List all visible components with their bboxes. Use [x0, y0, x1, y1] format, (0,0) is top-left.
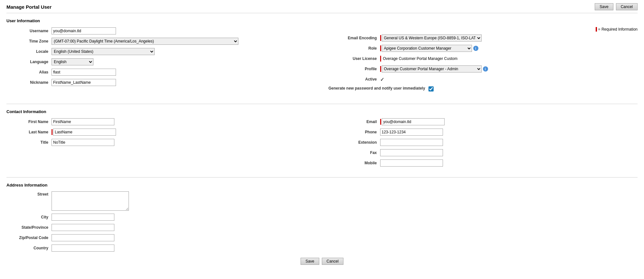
- fax-label: Fax: [329, 150, 380, 155]
- page-title: Manage Portal User: [6, 4, 592, 10]
- user-info-section-title: User Information: [6, 18, 638, 23]
- zip-input[interactable]: [52, 234, 114, 241]
- first-name-label: First Name: [6, 120, 52, 124]
- role-info-icon[interactable]: i: [473, 46, 478, 51]
- active-row: Active ✓: [329, 75, 638, 83]
- city-label: City: [6, 215, 52, 219]
- contact-info-section-title: Contact Information: [6, 109, 638, 114]
- phone-label: Phone: [329, 130, 380, 134]
- language-row: Language English: [6, 58, 316, 66]
- user-license-label: User License: [329, 56, 380, 61]
- mobile-label: Mobile: [329, 161, 380, 165]
- first-name-row: First Name: [6, 118, 316, 126]
- address-info-right-col: [329, 191, 638, 255]
- email-required: [380, 119, 381, 125]
- alias-input[interactable]: [52, 69, 116, 76]
- locale-label: Locale: [6, 49, 52, 54]
- timezone-select[interactable]: (GMT-07:00) Pacific Daylight Time (Ameri…: [52, 38, 238, 45]
- generate-password-checkbox[interactable]: [428, 86, 434, 91]
- fax-row: Fax: [329, 149, 638, 157]
- city-input[interactable]: [52, 214, 114, 221]
- zip-row: Zip/Postal Code: [6, 234, 316, 242]
- user-info-layout: Username Time Zone (GMT-07:00) Pacific D…: [6, 27, 638, 96]
- language-label: Language: [6, 60, 52, 64]
- state-input[interactable]: [52, 224, 114, 231]
- contact-info-left-col: First Name Last Name Title: [6, 118, 316, 169]
- timezone-row: Time Zone (GMT-07:00) Pacific Daylight T…: [6, 37, 316, 45]
- last-name-row: Last Name: [6, 128, 316, 136]
- nickname-label: Nickname: [6, 80, 52, 85]
- zip-label: Zip/Postal Code: [6, 236, 52, 240]
- active-label: Active: [329, 77, 380, 82]
- required-note-text: = Required Information: [598, 27, 638, 32]
- contact-information-section: Contact Information First Name Last Name…: [6, 109, 638, 169]
- role-required: [380, 45, 381, 51]
- language-select[interactable]: English: [52, 58, 93, 65]
- locale-select[interactable]: English (United States): [52, 48, 155, 55]
- email-row: Email: [329, 118, 638, 126]
- locale-row: Locale English (United States): [6, 48, 316, 55]
- save-button-bottom[interactable]: Save: [301, 258, 319, 265]
- state-row: State/Province: [6, 224, 316, 231]
- first-name-input[interactable]: [52, 118, 114, 125]
- mobile-row: Mobile: [329, 159, 638, 167]
- email-label: Email: [329, 120, 380, 124]
- extension-input[interactable]: [380, 139, 443, 146]
- user-information-section: User Information Username Time Zone (GMT…: [6, 18, 638, 96]
- required-bar-icon: [596, 27, 597, 32]
- country-row: Country: [6, 244, 316, 252]
- generate-password-label: Generate new password and notify user im…: [329, 86, 428, 91]
- role-row: Role Apigee Corporation Customer Manager…: [329, 44, 638, 52]
- role-label: Role: [329, 46, 380, 51]
- last-name-label: Last Name: [6, 130, 52, 134]
- email-input[interactable]: [382, 118, 445, 125]
- city-row: City: [6, 213, 316, 221]
- address-info-layout: Street City State/Province Zip/Postal Co…: [6, 191, 638, 255]
- country-input[interactable]: [52, 245, 114, 252]
- email-encoding-label: Email Encoding: [329, 36, 380, 40]
- title-label: Title: [6, 140, 52, 145]
- divider-2: [6, 177, 638, 178]
- username-label: Username: [6, 29, 52, 33]
- fax-input[interactable]: [380, 149, 443, 156]
- profile-label: Profile: [329, 67, 380, 71]
- street-row: Street: [6, 191, 316, 211]
- title-row: Title: [6, 139, 316, 146]
- profile-info-icon[interactable]: i: [483, 66, 488, 72]
- title-input[interactable]: [52, 139, 114, 146]
- nickname-input[interactable]: [52, 79, 116, 86]
- phone-input[interactable]: [380, 129, 443, 136]
- street-label: Street: [6, 191, 52, 197]
- cancel-button-bottom[interactable]: Cancel: [322, 258, 343, 265]
- last-name-input[interactable]: [53, 129, 116, 136]
- user-info-left-col: Username Time Zone (GMT-07:00) Pacific D…: [6, 27, 316, 96]
- divider-1: [6, 104, 638, 104]
- alias-label: Alias: [6, 70, 52, 74]
- role-select[interactable]: Apigee Corporation Customer Manager: [382, 45, 472, 52]
- address-information-section: Address Information Street City State/Pr…: [6, 183, 638, 265]
- user-license-required: [380, 56, 381, 62]
- contact-info-layout: First Name Last Name Title: [6, 118, 638, 169]
- user-license-row: User License Overage Customer Portal Man…: [329, 55, 638, 63]
- extension-label: Extension: [329, 140, 380, 145]
- state-label: State/Province: [6, 225, 52, 230]
- address-info-left-col: Street City State/Province Zip/Postal Co…: [6, 191, 316, 255]
- contact-info-right-col: Email Phone Extension Fax: [329, 118, 638, 169]
- profile-row: Profile Overage Customer Portal Manager …: [329, 65, 638, 73]
- phone-row: Phone: [329, 128, 638, 136]
- user-info-right-col: = Required Information Email Encoding Ge…: [329, 27, 638, 96]
- email-encoding-required: [380, 35, 381, 41]
- last-name-required: [52, 129, 53, 135]
- save-button-top[interactable]: Save: [595, 3, 613, 10]
- page-header: Manage Portal User Save Cancel: [6, 3, 638, 13]
- profile-select[interactable]: Overage Customer Portal Manager - Admin: [382, 65, 482, 72]
- username-input[interactable]: [52, 27, 116, 34]
- cancel-button-top[interactable]: Cancel: [616, 3, 638, 10]
- required-note: = Required Information: [329, 27, 638, 32]
- bottom-buttons: Save Cancel: [6, 258, 638, 265]
- alias-row: Alias: [6, 68, 316, 76]
- email-encoding-select[interactable]: General US & Western Europe (ISO-8859-1,…: [382, 34, 482, 42]
- street-input[interactable]: [52, 191, 129, 211]
- mobile-input[interactable]: [380, 159, 443, 167]
- user-license-value: Overage Customer Portal Manager Custom: [382, 56, 459, 62]
